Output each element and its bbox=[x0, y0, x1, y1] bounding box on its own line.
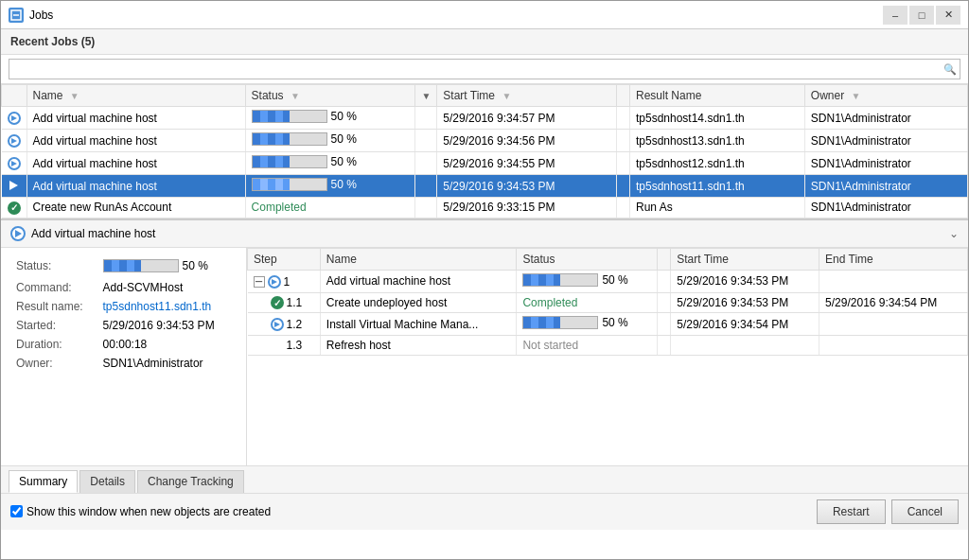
detail-row-end bbox=[819, 313, 968, 336]
search-input[interactable] bbox=[9, 59, 960, 79]
table-row[interactable]: Add virtual machine host50 %5/29/2016 9:… bbox=[2, 130, 968, 152]
row-start-time: 5/29/2016 9:34:53 PM bbox=[437, 175, 617, 198]
col-start-time[interactable]: Start Time ▼ bbox=[437, 85, 617, 107]
result-name-link[interactable]: tp5sdnhost11.sdn1.th bbox=[103, 300, 212, 313]
row-start-time: 5/29/2016 9:33:15 PM bbox=[437, 198, 617, 219]
result-name-value: tp5sdnhost11.sdn1.th bbox=[99, 298, 235, 315]
status-value: 50 % bbox=[99, 257, 235, 277]
detail-row-name: Install Virtual Machine Mana... bbox=[320, 313, 517, 336]
started-label: Started: bbox=[12, 317, 97, 334]
minimize-button[interactable]: – bbox=[883, 6, 907, 25]
detail-table-row[interactable]: ─ 1Add virtual machine host50 %5/29/2016… bbox=[248, 270, 968, 292]
window-icon bbox=[9, 8, 24, 23]
tab-summary[interactable]: Summary bbox=[9, 470, 78, 493]
recent-jobs-header: Recent Jobs (5) bbox=[1, 29, 968, 55]
detail-row-end bbox=[819, 336, 968, 356]
detail-table-row[interactable]: 1.2Install Virtual Machine Mana...50 %5/… bbox=[248, 313, 968, 336]
detail-row-status: Not started bbox=[517, 336, 658, 356]
detail-row-sort bbox=[658, 313, 671, 336]
detail-row-step: ─ 1 bbox=[248, 270, 321, 292]
detail-title: Add virtual machine host bbox=[31, 227, 155, 240]
detail-row-name: Refresh host bbox=[320, 336, 517, 356]
status-percent: 50 % bbox=[183, 259, 208, 272]
bottom-bar: Show this window when new objects are cr… bbox=[1, 493, 968, 530]
row-owner: SDN1\Administrator bbox=[804, 175, 967, 198]
result-name-label: Result name: bbox=[12, 298, 97, 315]
table-row[interactable]: Add virtual machine host50 %5/29/2016 9:… bbox=[2, 107, 968, 130]
table-row[interactable]: Add virtual machine host50 %5/29/2016 9:… bbox=[2, 175, 968, 198]
detail-row-status: 50 % bbox=[517, 313, 658, 336]
detail-collapse-icon[interactable]: ⌄ bbox=[949, 227, 959, 240]
starttime-filter-icon[interactable]: ▼ bbox=[502, 91, 511, 101]
owner-filter-icon[interactable]: ▼ bbox=[851, 91, 860, 101]
detail-col-step: Step bbox=[248, 248, 321, 270]
detail-col-status: Status bbox=[517, 248, 658, 270]
col-result-name[interactable]: Result Name bbox=[629, 85, 804, 107]
detail-table-row[interactable]: ✓ 1.1Create undeployed hostCompleted5/29… bbox=[248, 292, 968, 313]
detail-row-step: ✓ 1.1 bbox=[248, 292, 321, 313]
owner-row: Owner: SDN1\Administrator bbox=[12, 355, 235, 372]
status-progress-bar bbox=[103, 259, 179, 272]
row-icon bbox=[2, 130, 27, 152]
row-name: Add virtual machine host bbox=[26, 130, 245, 152]
row-name: Create new RunAs Account bbox=[26, 198, 245, 219]
detail-row-start: 5/29/2016 9:34:53 PM bbox=[671, 270, 819, 292]
col-icon bbox=[2, 85, 27, 107]
window-controls: – □ ✕ bbox=[883, 6, 960, 25]
started-row: Started: 5/29/2016 9:34:53 PM bbox=[12, 317, 235, 334]
row-sort bbox=[616, 175, 629, 198]
col-name[interactable]: Name ▼ bbox=[26, 85, 245, 107]
bottom-bar-right: Restart Cancel bbox=[817, 499, 959, 524]
show-window-checkbox-label[interactable]: Show this window when new objects are cr… bbox=[10, 505, 271, 518]
detail-header: Add virtual machine host ⌄ bbox=[1, 220, 968, 248]
cancel-button[interactable]: Cancel bbox=[891, 499, 959, 524]
row-start-time: 5/29/2016 9:34:57 PM bbox=[437, 107, 617, 130]
detail-section: Add virtual machine host ⌄ Status: bbox=[1, 219, 968, 465]
row-owner: SDN1\Administrator bbox=[804, 107, 967, 130]
detail-row-step: 1.2 bbox=[248, 313, 321, 336]
jobs-table-wrapper: Name ▼ Status ▼ ▼ Start Time ▼ Result Na… bbox=[1, 84, 968, 219]
row-status: Completed bbox=[245, 198, 415, 219]
detail-table-row[interactable]: 1.3Refresh hostNot started bbox=[248, 336, 968, 356]
status-filter-icon[interactable]: ▼ bbox=[291, 91, 300, 101]
col-sort-status[interactable]: ▼ bbox=[415, 85, 437, 107]
search-bar bbox=[1, 55, 968, 84]
table-row[interactable]: ✓Create new RunAs AccountCompleted5/29/2… bbox=[2, 198, 968, 219]
detail-row-name: Create undeployed host bbox=[320, 292, 517, 313]
status-progress-fill bbox=[104, 260, 141, 271]
row-result-name: tp5sdnhost13.sdn1.th bbox=[629, 130, 804, 152]
maximize-button[interactable]: □ bbox=[909, 6, 934, 25]
search-container bbox=[9, 59, 960, 79]
row-icon bbox=[2, 175, 27, 198]
window-title: Jobs bbox=[29, 9, 53, 22]
name-filter-icon[interactable]: ▼ bbox=[70, 91, 79, 101]
col-owner[interactable]: Owner ▼ bbox=[804, 85, 967, 107]
row-status: 50 % bbox=[245, 152, 415, 175]
detail-col-end: End Time bbox=[819, 248, 968, 270]
tab-details[interactable]: Details bbox=[79, 470, 135, 493]
table-row[interactable]: Add virtual machine host50 %5/29/2016 9:… bbox=[2, 152, 968, 175]
row-name: Add virtual machine host bbox=[26, 107, 245, 130]
detail-table: Step Name Status Start Time End Time ─ 1… bbox=[247, 248, 968, 357]
detail-left-panel: Status: 50 % Command: Add-SCV bbox=[1, 248, 247, 465]
row-sort bbox=[616, 198, 629, 219]
tab-change-tracking[interactable]: Change Tracking bbox=[137, 470, 244, 493]
tabs-area: SummaryDetailsChange Tracking bbox=[1, 465, 968, 493]
col-status[interactable]: Status ▼ bbox=[245, 85, 415, 107]
row-start-time: 5/29/2016 9:34:55 PM bbox=[437, 152, 617, 175]
table-header-row: Name ▼ Status ▼ ▼ Start Time ▼ Result Na… bbox=[2, 85, 968, 107]
detail-col-start: Start Time bbox=[671, 248, 819, 270]
detail-row-status: Completed bbox=[517, 292, 658, 313]
row-icon: ✓ bbox=[2, 198, 27, 219]
detail-header-row: Step Name Status Start Time End Time bbox=[248, 248, 968, 270]
restart-button[interactable]: Restart bbox=[817, 499, 886, 524]
detail-row-end bbox=[819, 270, 968, 292]
row-sort bbox=[616, 130, 629, 152]
show-window-checkbox[interactable] bbox=[10, 505, 23, 517]
row-status: 50 % bbox=[245, 130, 415, 152]
row-owner: SDN1\Administrator bbox=[804, 152, 967, 175]
duration-label: Duration: bbox=[12, 336, 97, 353]
close-button[interactable]: ✕ bbox=[936, 6, 960, 25]
row-icon bbox=[2, 152, 27, 175]
status-label: Status: bbox=[12, 257, 97, 277]
